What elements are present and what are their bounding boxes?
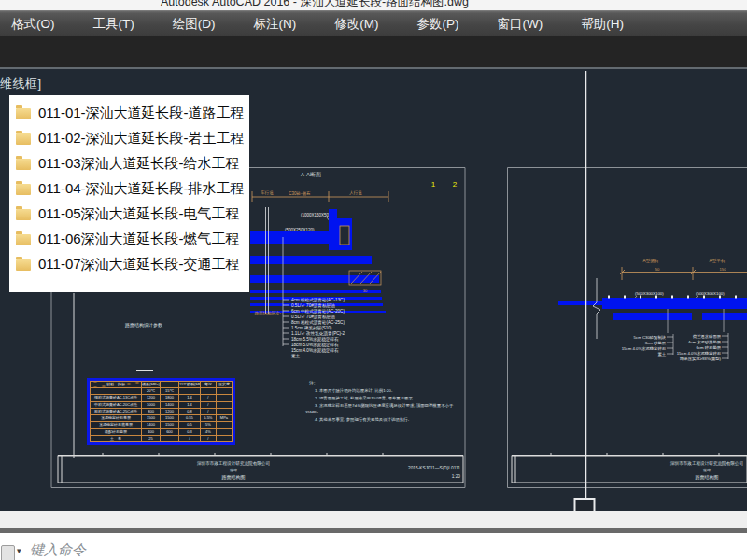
table-cell [200, 388, 216, 395]
table-cell: 粗粒式沥青砼AC-25C改性 [91, 408, 142, 414]
menu-modify[interactable]: 修改(M) [326, 16, 387, 33]
file-item-1[interactable]: 011-01-深汕大道延长段-道路工程 [9, 101, 249, 126]
menu-dimension[interactable]: 标注(N) [246, 16, 305, 33]
file-item-3[interactable]: 011-03深汕大道延长段-给水工程 [9, 151, 249, 176]
svg-text:8cm 粗粒式沥青砼(AC-25C): 8cm 粗粒式沥青砼(AC-25C) [291, 319, 345, 326]
table-cell: 1400 [161, 401, 179, 408]
table-cell: 弯沉 [200, 382, 216, 388]
table-cell: 中粒式沥青砼AC-20C改性 [91, 401, 142, 408]
r-dim-label-2: A型平石 [710, 258, 726, 264]
table-cell: / [200, 408, 216, 414]
file-item-4[interactable]: 011-04-深汕大道延长段-排水工程 [9, 176, 249, 202]
chevron-down-icon[interactable]: ▾ [17, 546, 21, 555]
table-cell: / [200, 435, 216, 441]
folder-icon [16, 159, 31, 170]
folder-icon [16, 108, 31, 119]
table-marker-line [136, 370, 153, 371]
file-label: 011-01-深汕大道延长段-道路工程 [38, 105, 245, 122]
svg-text:荷兰透水砖面层: 荷兰透水砖面层 [692, 334, 722, 339]
command-input-placeholder[interactable]: 键入命令 [30, 541, 86, 559]
table-cell [216, 428, 232, 435]
table-cell [216, 435, 232, 441]
right-title-block: 深圳市市政工程设计研究总院有限公司 道路 路面结构图 [512, 453, 747, 483]
file-item-7[interactable]: 011-07深汕大道延长段-交通工程 [9, 252, 249, 277]
table-cell: 1500 [161, 422, 179, 428]
dim-label-right: 人行道 [349, 190, 362, 195]
menu-window[interactable]: 窗口(W) [489, 16, 552, 33]
menu-draw[interactable]: 绘图(D) [164, 16, 224, 33]
svg-text:3cm 砂垫层: 3cm 砂垫层 [645, 341, 667, 345]
detail-number-1: 1 [431, 180, 436, 189]
r-title-block-company: 深圳市市政工程设计研究总院有限公司 [670, 460, 743, 467]
table-cell: / [178, 435, 200, 441]
table-cell: / [200, 401, 216, 408]
r-break-line [593, 278, 600, 339]
r-leader-dim-2: (500X300X100) [696, 291, 725, 296]
table-cell: 400 [142, 428, 161, 435]
table-cell: 800 [142, 408, 161, 414]
svg-text:1.1L/㎡ 改性乳化沥青(PC)-2: 1.1L/㎡ 改性乳化沥青(PC)-2 [291, 330, 345, 337]
svg-text:35MPa。: 35MPa。 [305, 410, 322, 414]
table-cell: 1.4 [178, 401, 200, 408]
svg-text:15cm 4.0%水泥稳定碎石: 15cm 4.0%水泥稳定碎石 [291, 347, 339, 354]
file-label: 011-04-深汕大道延长段-排水工程 [38, 180, 245, 198]
r-leader-dim-1: (500X300X100) [635, 291, 664, 296]
command-line[interactable]: ▾ 键入命令 [0, 533, 747, 560]
svg-text:18cm 5.0%水泥稳定碎石: 18cm 5.0%水泥稳定碎石 [291, 342, 339, 348]
viewport-grip[interactable] [575, 499, 595, 512]
left-title-block: 深圳市市政工程设计研究总院有限公司 道路 路面结构图 2015-KSJ011—S… [58, 453, 463, 483]
window-title: Autodesk AutoCAD 2016 - 深汕大道延长段-路面结构图.dw… [0, 0, 747, 10]
table-cell: 级配碎石垫层 [91, 428, 142, 435]
table-cell: 600 [161, 428, 179, 435]
svg-text:18cm 5.5%水泥稳定碎石: 18cm 5.5%水泥稳定碎石 [291, 336, 339, 343]
table-cell: 15℃劈裂(MPa) [178, 382, 200, 388]
menu-parametric[interactable]: 参数(P) [409, 16, 468, 33]
file-item-6[interactable]: 011-06深汕大道延长段-燃气工程 [9, 227, 249, 252]
file-item-2[interactable]: 011-02-深汕大道延长段-岩土工程 [9, 126, 249, 151]
r-dimension-lines [620, 267, 747, 280]
command-icon[interactable] [1, 545, 15, 560]
table-cell: 1500 [161, 415, 179, 422]
folder-icon [16, 209, 31, 220]
svg-text:6cm 碎石垫层: 6cm 碎石垫层 [697, 345, 722, 350]
menu-format[interactable]: 格式(O) [3, 16, 63, 33]
notes-heading: 注: [309, 380, 315, 385]
r-dim-label-1: A型侧石 [643, 258, 659, 264]
svg-text:0.5L/㎡ 70#沥青粘层油: 0.5L/㎡ 70#沥青粘层油 [291, 302, 335, 309]
table-cell: / [200, 395, 216, 401]
folder-icon [16, 133, 31, 145]
table-cell [161, 435, 179, 441]
table-cell [216, 395, 232, 401]
title-block-sheet-name: 路面结构图 [222, 474, 246, 481]
menu-tools[interactable]: 工具(T) [85, 16, 143, 33]
title-block-project: 道路 [230, 468, 237, 472]
table-cell [161, 382, 179, 388]
viewport-control-label[interactable]: 维线框] [0, 76, 42, 92]
layout-tab-strip [0, 511, 747, 528]
section-title: A-A断面 [301, 171, 321, 178]
window-titlebar: Autodesk AutoCAD 2016 - 深汕大道延长段-路面结构图.dw… [0, 0, 747, 10]
table-cell: 0.8 [178, 408, 200, 414]
r-annotations-left: 5cm C30砼预制块 3cm 砂垫层 15cm 4.0%水泥稳定碎石 素土 [622, 335, 667, 357]
r-annotations-right: 荷兰透水砖面层 4cm 水泥砂浆垫层 6cm 碎石垫层 15cm 4.0%水泥稳… [677, 334, 722, 361]
table-cell: 压实度 [216, 382, 232, 388]
file-label: 011-02-深汕大道延长段-岩土工程 [38, 130, 245, 147]
table-cell: 0.3 [178, 428, 200, 435]
svg-text:3. 水泥稳定碎石基层7d无侧限抗压强度应满足设计要求, 顶: 3. 水泥稳定碎石基层7d无侧限抗压强度应满足设计要求, 顶面回弹模量不小于 [315, 403, 454, 409]
svg-text:15cm 4.0%水泥稳定碎石: 15cm 4.0%水泥稳定碎石 [622, 346, 667, 351]
drawing-canvas[interactable]: A-A断面 1 2 车行道 C30砼-侧石 人行道 (1000X150X50) … [0, 67, 747, 513]
table-cell: 细粒式沥青砼AC-13C改性 [91, 395, 142, 401]
file-item-5[interactable]: 011-05深汕大道延长段-电气工程 [9, 202, 249, 227]
curb-stone [340, 226, 349, 245]
title-block-company: 深圳市市政工程设计研究总院有限公司 [197, 460, 270, 467]
folder-icon [16, 259, 31, 271]
menu-bar: 格式(O) 工具(T) 绘图(D) 标注(N) 修改(M) 参数(P) 窗口(W… [0, 10, 747, 36]
table-cell [216, 422, 232, 428]
svg-text:4cm 水泥砂浆垫层: 4cm 水泥砂浆垫层 [688, 340, 722, 344]
menu-help[interactable]: 帮助(H) [572, 16, 632, 33]
file-label: 011-03深汕大道延长段-给水工程 [38, 155, 240, 173]
table-cell: 1200 [161, 408, 179, 414]
table-cell: 0.55 [178, 415, 200, 422]
table-cell [91, 388, 142, 395]
toolbar-area [0, 36, 747, 67]
